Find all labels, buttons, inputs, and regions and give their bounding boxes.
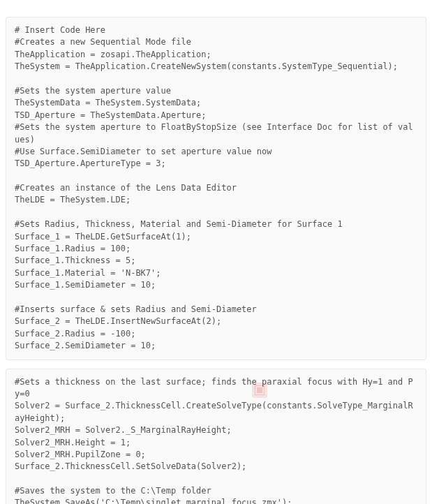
code-block-2: #Sets a thickness on the last surface; f… <box>6 369 426 504</box>
svg-rect-1 <box>257 387 262 393</box>
code-block-1: # Insert Code Here #Creates a new Sequen… <box>6 17 426 360</box>
page: # Insert Code Here #Creates a new Sequen… <box>0 0 432 504</box>
watermark-icon <box>252 383 267 398</box>
